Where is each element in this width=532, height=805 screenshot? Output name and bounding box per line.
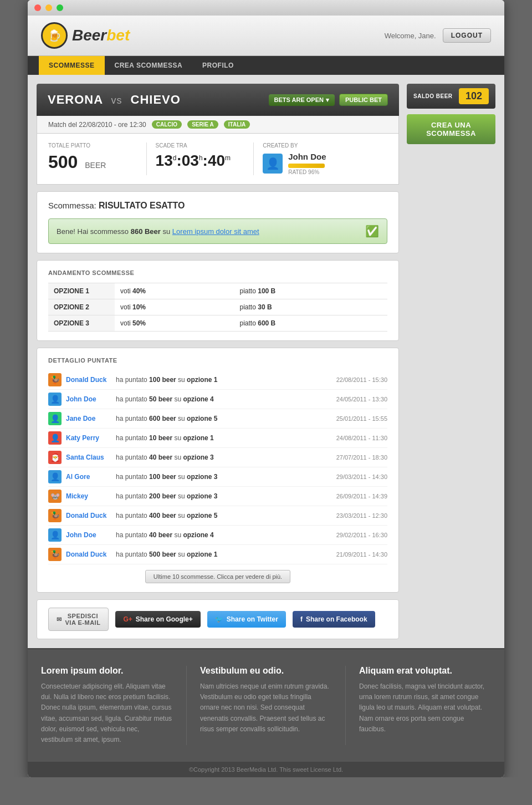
options-table: OPZIONE 1 voti 40% piatto 100 B OPZIONE … xyxy=(48,283,387,332)
bet-date: 26/09/2011 - 14:39 xyxy=(310,493,387,500)
nav-crea[interactable]: CREA SCOMMESSA xyxy=(105,56,193,75)
banner-link[interactable]: Lorem ipsum dolor sit amet xyxy=(172,227,259,236)
footer-text-3: Donec facilisis, magna vel tincidunt auc… xyxy=(359,681,491,735)
scade-time: 13d:03h:40m xyxy=(156,152,245,170)
footer-title-2: Vestibulum eu odio. xyxy=(200,666,332,676)
bet-user[interactable]: John Doe xyxy=(66,395,116,403)
public-bet-badge[interactable]: PUBLIC BET xyxy=(339,94,388,106)
more-link-wrap: Ultime 10 scommesse. Clicca per vedere d… xyxy=(48,570,387,583)
match-header: VERONA vs CHIEVO BETS ARE OPEN ▾ PUBLIC … xyxy=(37,84,399,116)
bet-desc: ha puntato 10 beer su opzione 1 xyxy=(116,434,310,442)
more-button[interactable]: Ultime 10 scommesse. Clicca per vedere d… xyxy=(145,570,290,583)
bet-user[interactable]: Donald Duck xyxy=(66,551,116,558)
dettaglio-title: DETTAGLIO PUNTATE xyxy=(48,357,387,364)
bet-desc: ha puntato 50 beer su opzione 4 xyxy=(116,395,310,403)
match-badges: BETS ARE OPEN ▾ PUBLIC BET xyxy=(269,94,388,106)
totale-value: 500 BEER xyxy=(48,152,137,172)
bet-desc: ha puntato 100 beer su opzione 1 xyxy=(116,376,310,384)
twitter-icon: 🐦 xyxy=(215,615,223,623)
content-wrapper: VERONA vs CHIEVO BETS ARE OPEN ▾ PUBLIC … xyxy=(37,84,495,639)
created-by: 👤 John Doe RATED 96% xyxy=(263,152,387,175)
totale-label: TOTALE PIATTO xyxy=(48,142,137,149)
twitter-button[interactable]: 🐦 Share on Twitter xyxy=(207,611,286,628)
minimize-btn[interactable] xyxy=(45,4,52,11)
bet-date: 27/07/2011 - 18:30 xyxy=(310,454,387,461)
crea-button[interactable]: CREA UNA SCOMMESSA xyxy=(407,114,495,144)
bet-avatar: 👤 xyxy=(48,431,62,445)
close-btn[interactable] xyxy=(34,4,41,11)
bet-date: 22/08/2011 - 15:30 xyxy=(310,376,387,383)
bet-user[interactable]: Donald Duck xyxy=(66,376,116,384)
logo-bet: bet xyxy=(106,27,130,44)
table-row: OPZIONE 1 voti 40% piatto 100 B xyxy=(48,283,387,299)
bet-date: 25/01/2011 - 15:55 xyxy=(310,415,387,422)
option-piatto: piatto 30 B xyxy=(234,299,388,315)
header: 🍺 Beerbet Welcome, Jane. LOGOUT xyxy=(28,16,504,56)
footer-col-1: Lorem ipsum dolor. Consectetuer adipisci… xyxy=(41,666,173,745)
logout-button[interactable]: LOGOUT xyxy=(443,28,491,43)
bet-user[interactable]: Donald Duck xyxy=(66,512,116,519)
facebook-label: Share on Facebook xyxy=(306,615,367,623)
google-button[interactable]: G+ Share on Google+ xyxy=(115,611,200,628)
scommessa-title: Scommessa: RISULTATO ESATTO xyxy=(48,201,387,211)
main-content: VERONA vs CHIEVO BETS ARE OPEN ▾ PUBLIC … xyxy=(28,75,504,648)
tag-serie: SERIE A xyxy=(187,120,218,129)
scade-box: SCADE TRA 13d:03h:40m xyxy=(156,142,245,175)
list-item: 🦆 Donald Duck ha puntato 500 beer su opz… xyxy=(48,545,387,564)
facebook-button[interactable]: f Share on Facebook xyxy=(293,611,375,628)
option-label: OPZIONE 1 xyxy=(48,283,115,299)
bet-user[interactable]: Jane Doe xyxy=(66,415,116,422)
bet-avatar: 🦆 xyxy=(48,548,62,561)
email-icon: ✉ xyxy=(57,616,62,623)
success-banner: Bene! Hai scommesso 860 Beer su Lorem ip… xyxy=(48,218,387,244)
totale-box: TOTALE PIATTO 500 BEER xyxy=(48,142,137,175)
check-icon: ✅ xyxy=(365,225,379,238)
andamento-title: ANDAMENTO SCOMMESSE xyxy=(48,269,387,276)
scade-label: SCADE TRA xyxy=(156,142,245,149)
option-label: OPZIONE 2 xyxy=(48,299,115,315)
bet-desc: ha puntato 400 beer su opzione 5 xyxy=(116,512,310,519)
list-item: 🐭 Mickey ha puntato 200 beer su opzione … xyxy=(48,487,387,506)
option-voti: voti 50% xyxy=(115,315,234,332)
bet-date: 23/03/2011 - 12:30 xyxy=(310,512,387,519)
bet-user[interactable]: Santa Claus xyxy=(66,454,116,461)
bet-user[interactable]: John Doe xyxy=(66,531,116,539)
bet-avatar: 🦆 xyxy=(48,373,62,386)
logo-beer: Beer xyxy=(72,27,106,44)
welcome-text: Welcome, Jane. xyxy=(385,32,436,40)
bet-user[interactable]: Al Gore xyxy=(66,473,116,481)
logo: 🍺 Beerbet xyxy=(41,22,130,49)
option-label: OPZIONE 3 xyxy=(48,315,115,332)
andamento-section: ANDAMENTO SCOMMESSE OPZIONE 1 voti 40% p… xyxy=(37,260,399,341)
logo-text: Beerbet xyxy=(72,27,130,44)
bet-avatar: 👤 xyxy=(48,528,62,542)
email-button[interactable]: ✉ SPEDISCI VIA E-MAIL xyxy=(48,608,109,631)
tag-italia: ITALIA xyxy=(224,120,250,129)
nav-scommesse[interactable]: SCOMMESSE xyxy=(39,56,105,75)
list-item: 👤 John Doe ha puntato 40 beer su opzione… xyxy=(48,526,387,545)
list-item: 👤 Al Gore ha puntato 100 beer su opzione… xyxy=(48,467,387,487)
divider2 xyxy=(253,142,254,175)
dropdown-icon[interactable]: ▾ xyxy=(326,96,329,104)
bet-desc: ha puntato 40 beer su opzione 3 xyxy=(116,454,310,461)
email-label: SPEDISCI VIA E-MAIL xyxy=(65,613,101,626)
bet-avatar: 🦆 xyxy=(48,509,62,522)
match-date: Match del 22/08/2010 - ore 12:30 xyxy=(48,121,146,129)
footer-title-3: Aliquam erat voluptat. xyxy=(359,666,491,676)
content-main: VERONA vs CHIEVO BETS ARE OPEN ▾ PUBLIC … xyxy=(37,84,399,639)
saldo-label: SALDO BEER xyxy=(413,93,453,99)
google-icon: G+ xyxy=(123,615,132,623)
team1: VERONA xyxy=(48,93,103,106)
maximize-btn[interactable] xyxy=(57,4,63,11)
option-voti: voti 40% xyxy=(115,283,234,299)
divider1 xyxy=(146,142,147,175)
bet-user[interactable]: Katy Perry xyxy=(66,434,116,442)
banner-text: Bene! Hai scommesso 860 Beer su Lorem ip… xyxy=(57,227,259,236)
nav-profilo[interactable]: PROFILO xyxy=(192,56,244,75)
team2: CHIEVO xyxy=(131,93,181,106)
option-piatto: piatto 100 B xyxy=(234,283,388,299)
list-item: 👤 John Doe ha puntato 50 beer su opzione… xyxy=(48,390,387,409)
bet-user[interactable]: Mickey xyxy=(66,492,116,500)
rating-wrap: RATED 96% xyxy=(288,164,326,175)
saldo-box: SALDO BEER 102 xyxy=(407,84,495,109)
